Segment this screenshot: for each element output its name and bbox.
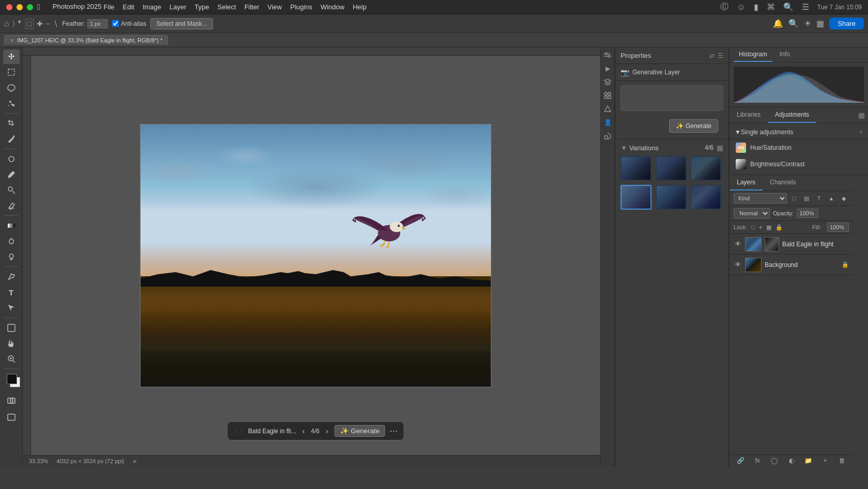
document-tab[interactable]: ✕ IMG_1207.HEIC @ 33.3% (Bald Eagle in f… [4, 35, 168, 45]
add-adjustment-icon[interactable]: + [859, 129, 863, 136]
hand-tool[interactable] [3, 336, 20, 351]
menu-filter[interactable]: Filter [244, 3, 259, 11]
gradient-tool[interactable] [3, 218, 20, 233]
feather-input[interactable] [87, 19, 108, 28]
prompt-textarea[interactable] [621, 85, 723, 111]
layers-panel-icon[interactable] [602, 76, 613, 88]
lock-all-icon[interactable]: 🔒 [776, 224, 783, 231]
variation-thumb-4[interactable] [621, 185, 652, 210]
variation-thumb-5[interactable] [656, 185, 687, 210]
link-layers-icon[interactable]: 🔗 [734, 457, 748, 464]
clone-stamp-tool[interactable] [3, 183, 20, 197]
menu-window[interactable]: Window [320, 3, 344, 11]
menu-image[interactable]: Image [143, 3, 161, 11]
grid-view-icon[interactable]: ▦ [717, 144, 723, 152]
eraser-tool[interactable] [3, 198, 20, 213]
doc-tab-close-x[interactable]: ✕ [10, 38, 14, 43]
minimize-button[interactable] [17, 4, 23, 10]
layer-row-background[interactable]: 👁 Background 🔒 [730, 255, 853, 275]
foreground-color-swatch[interactable] [7, 374, 17, 384]
healing-brush-tool[interactable] [3, 152, 20, 166]
crop-tool[interactable] [3, 116, 20, 131]
blur-tool[interactable] [3, 234, 20, 248]
delete-layer-icon[interactable]: 🗑 [835, 457, 849, 464]
variation-thumb-1[interactable] [621, 156, 652, 181]
rectangular-marquee-tool[interactable] [3, 65, 20, 80]
color-swatches[interactable] [3, 372, 20, 389]
opacity-input[interactable] [797, 209, 818, 218]
tab-libraries[interactable]: Libraries [730, 107, 768, 123]
filter-type-icon[interactable]: T [814, 193, 824, 203]
brightness-contrast-item[interactable]: Brightness/Contrast [730, 156, 868, 172]
tab-adjustments[interactable]: Adjustments [768, 107, 816, 123]
expand-icon[interactable]: ▦ [816, 19, 824, 28]
menu-edit[interactable]: Edit [123, 3, 134, 11]
floating-generate-button[interactable]: ✨ Generate [334, 425, 385, 437]
move-tool[interactable] [3, 50, 20, 64]
canvas-scroll-area[interactable]: ⋮⋮ Bald Eagle in fli... ‹ 4/6 › ✨ Genera… [31, 56, 600, 455]
pen-tool[interactable] [3, 270, 20, 284]
window-controls[interactable] [6, 4, 33, 10]
filter-pixel-icon[interactable]: □ [789, 193, 799, 203]
layer-visibility-eagle[interactable]: 👁 [734, 240, 742, 248]
filter-adj-icon[interactable]: ▤ [801, 193, 812, 203]
variation-thumb-6[interactable] [690, 185, 721, 210]
more-options-button[interactable]: ⋯ [390, 426, 398, 436]
adj-grid-icon[interactable]: ▦ [858, 111, 865, 119]
expand-icon-prop[interactable]: ⇄ [709, 52, 715, 59]
magic-wand-tool[interactable] [3, 96, 20, 111]
adjustments-panel-icon[interactable] [602, 50, 613, 61]
anti-alias-checkbox[interactable] [112, 20, 119, 27]
create-group-icon[interactable]: 📁 [801, 457, 815, 464]
app-name-menu[interactable]: Photoshop 2025 [53, 3, 102, 12]
brightness-icon[interactable]: ☀ [804, 19, 811, 28]
variation-thumb-2[interactable] [656, 156, 687, 181]
lock-pixel-icon[interactable]: □ [751, 224, 755, 230]
single-adjustments-title[interactable]: ▼ Single adjustments + [730, 125, 868, 139]
hue-saturation-item[interactable]: HS Hue/Saturation [730, 139, 868, 156]
filter-smart-icon[interactable]: ◆ [839, 193, 849, 203]
variation-thumb-3[interactable] [690, 156, 721, 181]
variations-collapse-icon[interactable]: ▼ [621, 144, 627, 152]
swatches-icon[interactable] [602, 130, 613, 141]
home-icon[interactable]: ⌂ [4, 19, 9, 28]
fill-input[interactable] [827, 223, 849, 232]
layer-row-eagle[interactable]: 👁 Bald Eagle in flight [730, 234, 853, 255]
dodge-tool[interactable] [3, 249, 20, 264]
tab-channels[interactable]: Channels [763, 175, 803, 191]
menu-file[interactable]: File [104, 3, 115, 11]
menu-view[interactable]: View [268, 3, 282, 11]
type-tool[interactable]: T [3, 285, 20, 299]
generate-button[interactable]: ✨ Generate [669, 119, 718, 133]
lasso-chevron[interactable]: ▼ [17, 19, 22, 28]
variations-label[interactable]: ▼ Variations [621, 144, 659, 152]
prev-variation-button[interactable]: ‹ [300, 427, 307, 435]
floating-grip-icon[interactable]: ⋮⋮ [234, 428, 244, 434]
kind-filter-select[interactable]: Kind [734, 193, 787, 203]
people-icon[interactable]: 👤 [602, 117, 613, 128]
screen-mode-tool[interactable] [3, 410, 20, 424]
tab-histogram[interactable]: Histogram [734, 48, 772, 62]
share-button[interactable]: Share [829, 18, 864, 29]
tab-layers[interactable]: Layers [730, 175, 763, 191]
quick-mask-tool[interactable] [3, 393, 20, 408]
search-icon-titlebar[interactable]: 🔍 [783, 2, 794, 12]
layer-visibility-background[interactable]: 👁 [734, 261, 742, 269]
subtract-sel-icon[interactable]: − [46, 20, 50, 28]
shape-tool[interactable] [3, 321, 20, 335]
close-button[interactable] [6, 4, 12, 10]
lasso-tool[interactable] [3, 81, 20, 95]
channels-panel-icon[interactable] [602, 90, 613, 101]
add-fx-icon[interactable]: fx [751, 457, 765, 464]
add-adjustment-layer-icon[interactable]: ◐ [784, 457, 798, 464]
blend-mode-select[interactable]: Normal [734, 208, 770, 218]
menu-plugins[interactable]: Plugins [290, 3, 313, 11]
select-and-mask-button[interactable]: Select and Mask... [150, 18, 213, 29]
menu-type[interactable]: Type [195, 3, 209, 11]
add-sel-icon[interactable]: ✚ [37, 20, 43, 28]
info-panel-icon[interactable] [602, 103, 613, 115]
control-center-icon[interactable]: ☰ [802, 2, 809, 12]
add-mask-icon[interactable]: ◯ [767, 457, 781, 464]
path-selection-tool[interactable] [3, 301, 20, 315]
brush-tool[interactable] [3, 167, 20, 182]
